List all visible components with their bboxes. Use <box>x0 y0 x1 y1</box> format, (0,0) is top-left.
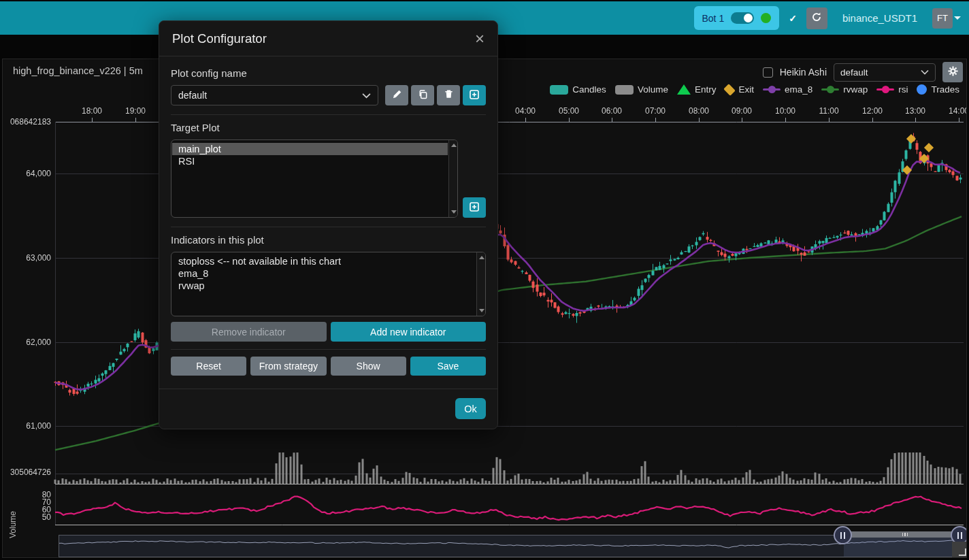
bot-selector[interactable]: Bot 1 <box>694 6 780 30</box>
legend-label: Candles <box>572 84 606 95</box>
plot-configurator-button[interactable] <box>942 62 963 82</box>
legend-label: Volume <box>638 84 668 95</box>
scrollbar[interactable] <box>476 252 485 316</box>
duplicate-config-button[interactable] <box>411 85 434 105</box>
user-menu[interactable]: FT <box>932 8 961 29</box>
edit-config-button[interactable] <box>385 85 408 105</box>
bot-name-label: Bot 1 <box>702 13 725 24</box>
scroll-down-icon[interactable] <box>479 309 484 312</box>
datazoom-navigator[interactable] <box>59 535 964 557</box>
scroll-up-icon[interactable] <box>451 144 457 147</box>
datazoom-drag-bar[interactable] <box>842 531 967 538</box>
legend-marker-Trades <box>917 84 927 95</box>
modal-title: Plot Configurator <box>172 31 267 46</box>
legend-marker-dot <box>882 86 889 93</box>
indicator-item[interactable]: stoploss <-- not available in this chart <box>172 255 476 267</box>
add-config-button[interactable] <box>463 85 486 105</box>
datazoom-window[interactable] <box>844 536 961 557</box>
heikin-ashi-checkbox[interactable] <box>763 67 773 78</box>
config-name-select[interactable]: default <box>171 85 378 105</box>
target-plot-item[interactable]: RSI <box>172 155 448 167</box>
indicator-item[interactable]: ema_8 <box>172 267 476 280</box>
chart-legend: CandlesVolumeEntryExitema_8rvwaprsiTrade… <box>550 84 959 95</box>
indicator-list[interactable]: stoploss <-- not available in this chart… <box>171 252 486 316</box>
ok-button[interactable]: Ok <box>455 398 486 419</box>
legend-marker-ema_8 <box>763 88 781 90</box>
plus-square-icon <box>469 89 480 102</box>
legend-item-Entry[interactable]: Entry <box>677 84 717 95</box>
legend-marker-Volume <box>615 85 634 95</box>
show-button[interactable]: Show <box>331 357 406 376</box>
pencil-icon <box>392 89 402 101</box>
scrollbar[interactable] <box>448 140 457 217</box>
legend-label: ema_8 <box>785 84 812 95</box>
bot-online-indicator <box>761 13 771 23</box>
add-new-indicator-button[interactable]: Add new indicator <box>331 322 487 342</box>
trash-icon <box>444 89 454 101</box>
target-plot-label: Target Plot <box>171 122 486 133</box>
bot-toggle-knob <box>744 14 753 22</box>
bot-exchange-label: binance_USDT1 <box>842 12 917 24</box>
legend-label: Exit <box>738 84 754 95</box>
legend-item-rsi[interactable]: rsi <box>876 84 908 95</box>
plot-configurator-modal: Plot Configurator × Plot config name def… <box>159 20 498 429</box>
legend-item-Trades[interactable]: Trades <box>917 84 959 95</box>
legend-marker-dot <box>827 86 834 93</box>
chevron-down-icon <box>362 93 371 99</box>
remove-indicator-button[interactable]: Remove indicator <box>171 322 327 342</box>
plus-square-icon <box>469 201 480 214</box>
chevron-down-icon <box>954 16 961 20</box>
config-name-value: default <box>178 90 207 101</box>
datazoom-left-handle[interactable] <box>834 526 852 544</box>
save-button[interactable]: Save <box>410 357 486 376</box>
legend-item-Candles[interactable]: Candles <box>550 84 606 95</box>
legend-marker-rsi <box>876 88 894 90</box>
legend-label: rsi <box>898 84 908 95</box>
legend-marker-Candles <box>550 85 568 95</box>
legend-item-ema_8[interactable]: ema_8 <box>763 84 812 95</box>
scroll-down-icon[interactable] <box>451 210 457 214</box>
avatar[interactable]: FT <box>932 8 953 29</box>
copy-icon <box>418 89 428 101</box>
heikin-ashi-label: Heikin Ashi <box>780 67 827 78</box>
from-strategy-button[interactable]: From strategy <box>250 357 326 376</box>
legend-item-rvwap[interactable]: rvwap <box>821 84 868 95</box>
legend-label: Entry <box>695 84 717 95</box>
refresh-icon <box>811 12 822 24</box>
legend-marker-Entry <box>677 84 691 95</box>
check-icon: ✓ <box>789 13 797 24</box>
plot-config-name-label: Plot config name <box>171 67 486 79</box>
target-plot-list[interactable]: main_plotRSI <box>171 139 458 218</box>
legend-item-Exit[interactable]: Exit <box>725 84 754 95</box>
add-subplot-button[interactable] <box>463 197 486 218</box>
resize-handle[interactable] <box>952 542 967 558</box>
navigator-preview <box>59 536 963 557</box>
indicator-item[interactable]: rvwap <box>172 280 476 292</box>
gear-icon <box>948 66 958 78</box>
legend-label: Trades <box>931 84 959 95</box>
legend-marker-rvwap <box>821 88 839 90</box>
plot-config-select[interactable]: default <box>834 63 936 82</box>
close-icon[interactable]: × <box>475 32 484 46</box>
legend-marker-Exit <box>724 84 736 96</box>
legend-item-Volume[interactable]: Volume <box>615 84 668 95</box>
chevron-down-icon <box>921 69 929 75</box>
legend-marker-dot <box>768 86 776 93</box>
scroll-up-icon[interactable] <box>479 256 484 259</box>
reset-button[interactable]: Reset <box>171 357 246 376</box>
delete-config-button[interactable] <box>437 85 460 105</box>
refresh-button[interactable] <box>806 7 827 29</box>
chart-title: high_frog_binance_v226 | 5m <box>13 65 143 76</box>
plot-config-selected-value: default <box>840 67 868 78</box>
legend-label: rvwap <box>843 84 868 95</box>
bot-toggle[interactable] <box>731 12 754 24</box>
indicators-label: Indicators in this plot <box>171 234 486 246</box>
target-plot-item[interactable]: main_plot <box>172 143 448 155</box>
